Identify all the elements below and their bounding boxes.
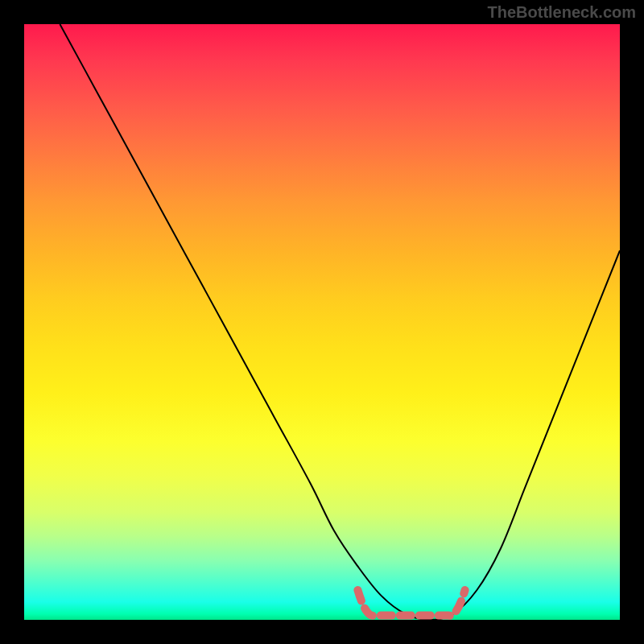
chart-plot-area	[24, 24, 620, 620]
chart-svg	[24, 24, 620, 620]
attribution-text: TheBottleneck.com	[488, 3, 636, 22]
bottleneck-curve-line	[60, 24, 620, 620]
optimal-zone-marker	[357, 590, 464, 616]
